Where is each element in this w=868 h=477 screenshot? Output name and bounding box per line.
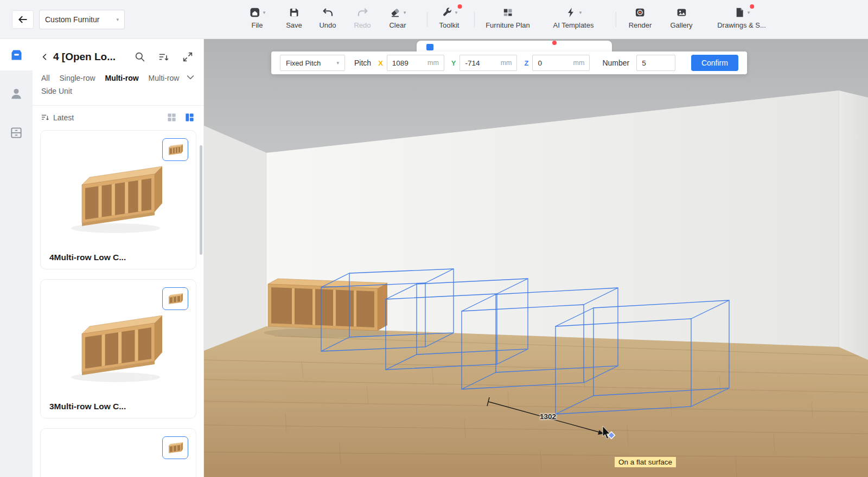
project-selector-label: Custom Furnitur	[45, 15, 99, 24]
axis-z-inputbox[interactable]: mm	[532, 55, 590, 71]
latest-sort-icon	[40, 113, 50, 123]
product-title: 3Multi-row Low C...	[49, 402, 126, 411]
menu-label: File	[252, 21, 263, 29]
caret-down-icon: ▾	[116, 17, 119, 22]
confirm-button[interactable]: Confirm	[691, 55, 738, 71]
catalog-panel: 4 [Open Lo... All Single-row Multi-row M…	[33, 39, 204, 477]
chevron-down-icon[interactable]	[185, 72, 196, 82]
viewport-3d[interactable]: Fixed Pitch ▾ Pitch X mm Y mm Z	[204, 39, 868, 477]
axis-y-unit: mm	[501, 59, 512, 67]
number-inputbox[interactable]	[636, 55, 675, 71]
room-right-wall[interactable]	[839, 91, 868, 360]
eraser-icon	[390, 7, 401, 18]
sort-latest-label[interactable]: Latest	[53, 113, 74, 122]
axis-x-input[interactable]	[387, 59, 419, 67]
product-card[interactable]	[40, 428, 196, 477]
room-floor[interactable]	[204, 326, 868, 477]
room-left-wall[interactable]	[204, 126, 266, 351]
expand-icon[interactable]	[182, 51, 194, 63]
toolbar-separator	[616, 12, 616, 27]
menu-label: Undo	[319, 21, 336, 29]
person-icon	[9, 87, 23, 101]
axis-z-input[interactable]	[533, 59, 564, 67]
search-icon[interactable]	[134, 51, 146, 63]
chevron-left-icon[interactable]	[40, 51, 50, 63]
sidebar-item-furniture-library[interactable]	[0, 39, 33, 70]
menu-clear[interactable]: ▾ Clear	[389, 5, 406, 29]
pitch-mode-label: Fixed Pitch	[286, 59, 321, 67]
menu-save[interactable]: Save	[286, 5, 302, 29]
caret-down-icon: ▾	[748, 10, 750, 15]
furniture-plan-icon	[502, 7, 514, 18]
category-multi-row[interactable]: Multi-row	[105, 74, 138, 82]
menu-label: Redo	[354, 21, 371, 29]
tile-view-icon-active[interactable]	[184, 112, 195, 123]
menu-furniture-plan[interactable]: Furniture Plan	[486, 5, 530, 29]
transform-toolbar: Fixed Pitch ▾ Pitch X mm Y mm Z	[271, 51, 747, 74]
category-tabs: All Single-row Multi-row Multi-row Side …	[33, 63, 203, 98]
redo-icon	[356, 7, 368, 18]
menu-drawings[interactable]: ▾ Drawings & S...	[717, 5, 766, 29]
axis-z-unit: mm	[573, 59, 585, 67]
axis-x-unit: mm	[427, 59, 439, 67]
variant-thumbnail[interactable]	[162, 287, 188, 310]
product-card[interactable]: 4Multi-row Low C...	[40, 130, 196, 269]
thumbnail-shelf-icon	[165, 440, 185, 455]
category-single-row[interactable]: Single-row	[59, 74, 95, 82]
axis-x-inputbox[interactable]: mm	[387, 55, 444, 71]
lightning-icon	[565, 7, 577, 18]
back-arrow-icon	[17, 14, 28, 25]
project-selector[interactable]: Custom Furnitur ▾	[39, 10, 125, 29]
axis-y-group: Y mm	[451, 55, 518, 71]
collapsed-toolbar-tab[interactable]	[417, 41, 612, 53]
sidebar-item-account[interactable]	[0, 78, 33, 109]
caret-down-icon: ▾	[579, 10, 582, 15]
number-input[interactable]	[637, 59, 668, 67]
menu-label: Toolkit	[439, 21, 459, 29]
category-all[interactable]: All	[41, 74, 50, 82]
menu-undo[interactable]: Undo	[319, 5, 336, 29]
product-title: 4Multi-row Low C...	[49, 253, 126, 262]
toolbar-separator	[474, 12, 475, 27]
menu-redo[interactable]: Redo	[354, 5, 371, 29]
variant-thumbnail[interactable]	[162, 138, 188, 161]
menu-label: Drawings & S...	[717, 21, 766, 29]
panel-scrollbar[interactable]	[200, 145, 202, 255]
app-window: Custom Furnitur ▾ ▾ File Save Undo	[0, 0, 868, 477]
axis-y-input[interactable]	[460, 59, 492, 67]
menu-toolkit[interactable]: ▾ Toolkit	[439, 5, 459, 29]
room-scene	[204, 39, 868, 477]
axis-z-group: Z mm	[524, 55, 590, 71]
toolbar-separator	[427, 12, 427, 27]
left-icon-sidebar	[0, 39, 33, 477]
back-button[interactable]	[12, 10, 34, 29]
axis-y-inputbox[interactable]: mm	[459, 55, 517, 71]
menu-gallery[interactable]: Gallery	[670, 5, 692, 29]
variant-thumbnail[interactable]	[162, 436, 188, 459]
menu-label: Save	[286, 21, 302, 29]
menu-file[interactable]: ▾ File	[249, 5, 266, 29]
grid-view-icon[interactable]	[167, 112, 177, 123]
dimension-value-label: 1302	[528, 412, 567, 421]
menu-label: Gallery	[670, 21, 692, 29]
menu-ai-templates[interactable]: ▾ AI Templates	[553, 5, 594, 29]
notification-dot	[457, 4, 462, 9]
notification-dot	[750, 4, 754, 9]
caret-down-icon: ▾	[404, 10, 406, 15]
save-icon	[288, 7, 300, 18]
pitch-mode-select[interactable]: Fixed Pitch ▾	[280, 55, 345, 71]
menu-label: Furniture Plan	[486, 21, 530, 29]
product-card[interactable]: 3Multi-row Low C...	[40, 279, 196, 418]
menu-render[interactable]: Render	[629, 5, 652, 29]
axis-x-group: X mm	[378, 55, 444, 71]
render-camera-icon	[634, 7, 646, 18]
filter-sort-icon[interactable]	[158, 51, 170, 63]
axis-y-label: Y	[451, 59, 456, 67]
top-toolbar: Custom Furnitur ▾ ▾ File Save Undo	[0, 0, 868, 39]
number-label: Number	[602, 59, 629, 67]
product-image-3row-shelf	[61, 292, 175, 386]
thumbnail-shelf-icon	[165, 142, 185, 157]
cabinet-drawer-icon	[9, 126, 23, 140]
file-home-icon	[249, 7, 261, 18]
sidebar-item-storage[interactable]	[0, 117, 33, 149]
